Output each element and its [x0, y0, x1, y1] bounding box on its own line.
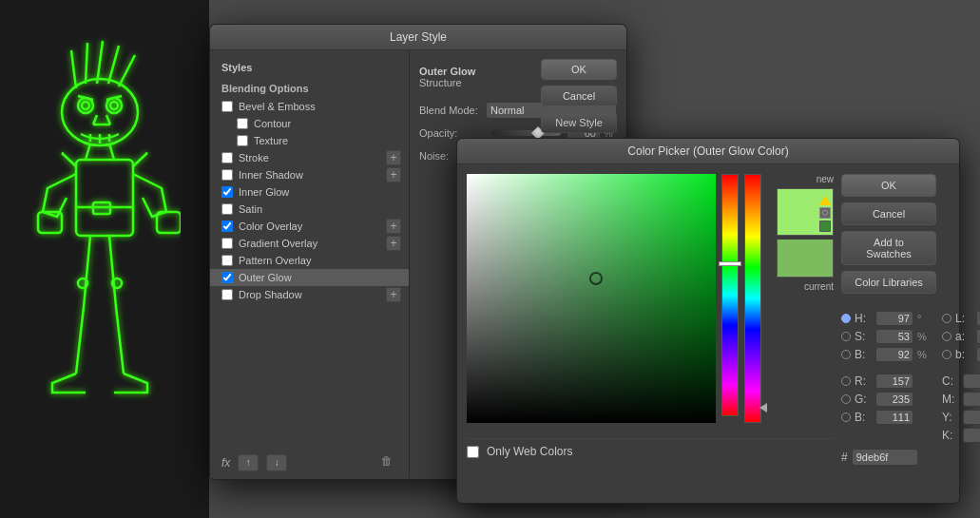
b-value-input[interactable]	[976, 347, 980, 362]
red-value-input[interactable]	[875, 374, 913, 389]
drop-shadow-label: Drop Shadow	[239, 289, 397, 300]
svg-line-0	[71, 50, 76, 88]
color-ok-button[interactable]: OK	[841, 174, 936, 197]
color-new-swatch[interactable]: ⬡	[777, 188, 834, 236]
bright-unit: %	[917, 349, 931, 360]
M-value-input[interactable]	[963, 392, 980, 407]
pattern-overlay-checkbox[interactable]	[221, 255, 233, 266]
bright-value-input[interactable]	[875, 347, 913, 362]
bright-radio[interactable]	[841, 350, 851, 359]
hsb-rgb-col: H: ° S: % B: %	[841, 311, 931, 443]
add-to-swatches-button[interactable]: Add to Swatches	[841, 231, 936, 265]
move-down-button[interactable]: ↓	[266, 454, 287, 471]
blue-row: B:	[841, 410, 931, 425]
color-cancel-button[interactable]: Cancel	[841, 202, 936, 225]
sidebar-item-satin[interactable]: Satin	[210, 201, 409, 218]
hue-slider-container	[721, 174, 739, 416]
L-radio[interactable]	[942, 314, 951, 323]
color-overlay-checkbox[interactable]	[221, 221, 233, 232]
color-picker-buttons: OK Cancel Add to Swatches Color Librarie…	[841, 174, 980, 294]
stroke-checkbox[interactable]	[221, 152, 233, 163]
K-value-input[interactable]	[963, 428, 980, 443]
sidebar-item-outer-glow[interactable]: Outer Glow	[210, 269, 409, 286]
color-current-swatch	[777, 240, 834, 278]
Y-label: Y:	[942, 411, 959, 424]
drop-shadow-add-button[interactable]: +	[386, 287, 401, 302]
sidebar-item-color-overlay[interactable]: Color Overlay +	[210, 218, 409, 235]
svg-line-18	[86, 144, 90, 160]
green-radio[interactable]	[841, 394, 851, 404]
only-web-colors-checkbox[interactable]	[467, 446, 479, 458]
move-up-button[interactable]: ↑	[238, 454, 259, 471]
texture-checkbox[interactable]	[237, 135, 248, 146]
web-colors-row: Only Web Colors	[467, 438, 834, 458]
ok-button[interactable]: OK	[541, 59, 617, 80]
color-libraries-button[interactable]: Color Libraries	[841, 271, 936, 294]
red-radio[interactable]	[841, 376, 851, 386]
sidebar-item-bevel-emboss[interactable]: Bevel & Emboss	[210, 98, 409, 115]
new-style-button[interactable]: New Style	[541, 112, 617, 133]
gamut-warnings: ⬡	[819, 196, 831, 232]
b-radio[interactable]	[942, 350, 951, 359]
sidebar-item-drop-shadow[interactable]: Drop Shadow +	[210, 286, 409, 303]
L-row: L:	[942, 311, 980, 326]
outer-glow-label: Outer Glow	[239, 272, 397, 283]
svg-point-8	[82, 102, 89, 109]
layer-style-title: Layer Style	[390, 30, 447, 44]
alpha-slider[interactable]	[744, 174, 761, 423]
L-label: L:	[955, 312, 972, 325]
current-label: current	[804, 281, 834, 292]
blue-value-input[interactable]	[875, 410, 913, 425]
Y-value-input[interactable]	[963, 410, 980, 425]
sidebar-item-inner-shadow[interactable]: Inner Shadow +	[210, 166, 409, 183]
gradient-overlay-checkbox[interactable]	[221, 238, 233, 249]
cancel-button[interactable]: Cancel	[541, 86, 617, 106]
sidebar-item-inner-glow[interactable]: Inner Glow	[210, 183, 409, 201]
color-gradient-area[interactable]	[467, 174, 716, 423]
hue-radio[interactable]	[841, 314, 851, 323]
gradient-overlay-add-button[interactable]: +	[386, 236, 401, 251]
sidebar-item-pattern-overlay[interactable]: Pattern Overlay	[210, 252, 409, 269]
color-gradient-bg	[467, 174, 716, 423]
green-value-input[interactable]	[875, 392, 913, 407]
cube-icon[interactable]: ⬡	[819, 207, 831, 219]
inner-glow-label: Inner Glow	[239, 186, 397, 198]
inner-shadow-add-button[interactable]: +	[386, 167, 401, 182]
svg-line-25	[84, 236, 90, 307]
inner-shadow-checkbox[interactable]	[221, 169, 233, 181]
C-value-input[interactable]	[963, 374, 980, 389]
a-value-input[interactable]	[976, 329, 980, 344]
delete-button[interactable]: 🗑	[381, 454, 398, 471]
bright-label: B:	[855, 348, 872, 361]
K-label: K:	[942, 429, 959, 442]
svg-line-2	[97, 41, 103, 84]
satin-checkbox[interactable]	[221, 203, 233, 215]
contour-checkbox[interactable]	[237, 118, 248, 129]
sat-unit: %	[917, 331, 931, 342]
bevel-emboss-checkbox[interactable]	[221, 101, 233, 112]
sidebar-item-stroke[interactable]: Stroke +	[210, 149, 409, 166]
swatch-icon[interactable]	[819, 221, 831, 232]
sidebar-item-contour[interactable]: Contour	[210, 115, 409, 132]
sidebar-item-gradient-overlay[interactable]: Gradient Overlay +	[210, 235, 409, 252]
inner-glow-checkbox[interactable]	[221, 186, 233, 198]
hue-value-input[interactable]	[875, 311, 913, 326]
stroke-label: Stroke	[239, 152, 397, 163]
only-web-colors-label: Only Web Colors	[487, 445, 572, 458]
svg-line-3	[108, 46, 119, 84]
hue-label: H:	[855, 312, 872, 325]
a-radio[interactable]	[942, 332, 951, 341]
sidebar-item-texture[interactable]: Texture	[210, 132, 409, 149]
sat-value-input[interactable]	[875, 329, 913, 344]
sat-radio[interactable]	[841, 332, 851, 341]
alpha-slider-arrow	[759, 403, 767, 412]
background-art	[0, 0, 209, 518]
hue-slider[interactable]	[721, 174, 739, 416]
L-value-input[interactable]	[976, 311, 980, 326]
color-overlay-add-button[interactable]: +	[386, 219, 401, 234]
hex-input[interactable]	[852, 449, 918, 466]
outer-glow-checkbox[interactable]	[221, 272, 233, 283]
stroke-add-button[interactable]: +	[386, 150, 401, 165]
blue-radio[interactable]	[841, 412, 851, 422]
drop-shadow-checkbox[interactable]	[221, 289, 233, 300]
